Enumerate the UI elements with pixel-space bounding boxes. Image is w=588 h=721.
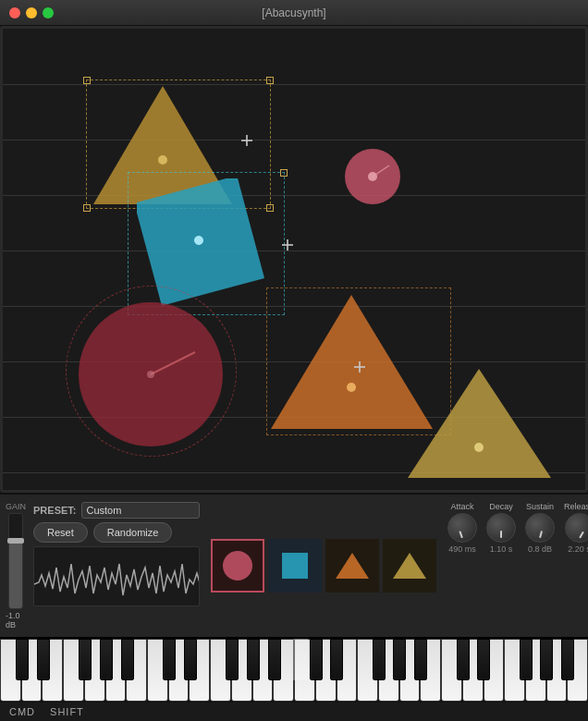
controls-area: Gain -1.0 dB PRESET: Custom Default Pres… <box>0 493 588 637</box>
triangle-gold-br[interactable] <box>408 369 551 478</box>
titlebar: [Abacusynth] <box>0 0 588 26</box>
key-b5[interactable] <box>420 639 441 702</box>
key-f5[interactable] <box>357 639 378 702</box>
thumb-circle[interactable] <box>211 539 264 593</box>
key-c5[interactable] <box>294 639 315 702</box>
decay-label: Decay <box>489 502 513 511</box>
left-controls: PRESET: Custom Default Preset 1 Preset 2… <box>33 502 200 629</box>
sustain-indicator <box>539 531 543 538</box>
decay-value: 1.10 s <box>490 544 513 554</box>
key-g6[interactable] <box>525 639 546 702</box>
key-d5[interactable] <box>315 639 337 702</box>
key-c3[interactable] <box>0 639 21 702</box>
key-a5[interactable] <box>399 639 421 702</box>
thumb-tri-gold[interactable] <box>383 539 436 593</box>
synth-body: Gain -1.0 dB PRESET: Custom Default Pres… <box>0 26 588 721</box>
sustain-knob[interactable] <box>525 513 555 543</box>
preset-select[interactable]: Custom Default Preset 1 Preset 2 Preset … <box>81 502 200 519</box>
attack-group: Attack 490 ms <box>447 502 477 554</box>
thumb-tri-gold-shape <box>393 553 426 579</box>
piano-keyboard[interactable] <box>0 637 588 702</box>
thumb-square[interactable] <box>268 539 322 593</box>
release-indicator <box>579 531 584 538</box>
preset-label: PRESET: <box>33 505 76 516</box>
key-c4[interactable] <box>147 639 168 702</box>
key-c6[interactable] <box>441 639 462 702</box>
minimize-button[interactable] <box>26 7 37 18</box>
waveform-display <box>33 546 200 606</box>
decay-knob[interactable] <box>486 513 516 543</box>
key-a3[interactable] <box>105 639 127 702</box>
decay-indicator <box>500 531 502 538</box>
key-f4[interactable] <box>210 639 231 702</box>
handle-tr[interactable] <box>266 77 274 84</box>
shift-label[interactable]: SHIFT <box>50 706 84 717</box>
crosshair-blue[interactable] <box>282 239 293 251</box>
gain-thumb[interactable] <box>7 538 24 544</box>
svg-point-11 <box>147 371 154 378</box>
svg-point-8 <box>347 383 356 392</box>
adsr-section: Attack 490 ms Decay 1.10 s Sustain <box>447 502 588 629</box>
svg-marker-12 <box>408 369 551 478</box>
attack-label: Attack <box>451 502 474 511</box>
thumb-square-shape <box>282 553 308 579</box>
sustain-value: 0.8 dB <box>528 544 552 554</box>
handle-tl[interactable] <box>83 77 91 84</box>
window-controls <box>9 7 54 18</box>
cmd-label[interactable]: CMD <box>9 706 35 717</box>
attack-knob[interactable] <box>447 513 477 543</box>
key-e4[interactable] <box>189 639 210 702</box>
release-value: 2.20 s <box>568 544 588 554</box>
sustain-label: Sustain <box>526 502 554 511</box>
gain-value: -1.0 dB <box>6 611 26 629</box>
key-e5[interactable] <box>337 639 358 702</box>
release-label: Release <box>564 502 588 511</box>
canvas-area[interactable] <box>0 26 588 493</box>
key-d3[interactable] <box>21 639 43 702</box>
gain-slider[interactable] <box>8 513 23 609</box>
key-g4[interactable] <box>231 639 252 702</box>
sustain-group: Sustain 0.8 dB <box>525 502 555 554</box>
handle-blue-tr[interactable] <box>280 169 288 177</box>
key-e3[interactable] <box>42 639 63 702</box>
release-knob[interactable] <box>565 513 588 543</box>
key-b4[interactable] <box>273 639 294 702</box>
key-g3[interactable] <box>84 639 105 702</box>
circle-rose[interactable] <box>343 147 403 211</box>
key-d6[interactable] <box>462 639 484 702</box>
key-d4[interactable] <box>168 639 190 702</box>
h-line-4 <box>3 251 585 251</box>
key-a6[interactable] <box>546 639 568 702</box>
key-b6[interactable] <box>567 639 588 702</box>
key-f3[interactable] <box>63 639 84 702</box>
key-b3[interactable] <box>126 639 147 702</box>
thumb-tri-orange[interactable] <box>325 539 379 593</box>
shapes-preview <box>211 502 436 629</box>
decay-group: Decay 1.10 s <box>486 502 516 554</box>
randomize-button[interactable]: Randomize <box>93 522 173 543</box>
key-e6[interactable] <box>484 639 505 702</box>
handle-bl[interactable] <box>83 204 91 212</box>
button-row: Reset Randomize <box>33 522 200 543</box>
key-f6[interactable] <box>504 639 525 702</box>
window-title: [Abacusynth] <box>262 6 325 19</box>
adsr-knobs: Attack 490 ms Decay 1.10 s Sustain <box>447 502 588 554</box>
circle-darkred[interactable] <box>75 299 227 451</box>
release-group: Release 2.20 s <box>564 502 588 554</box>
svg-point-13 <box>474 443 484 452</box>
crosshair-gold-top[interactable] <box>241 135 252 146</box>
gain-fill <box>9 542 22 607</box>
crosshair-orange[interactable] <box>354 361 365 373</box>
preset-row: PRESET: Custom Default Preset 1 Preset 2… <box>33 502 200 519</box>
gain-section: Gain -1.0 dB <box>6 502 26 629</box>
thumb-circle-shape <box>223 551 252 580</box>
status-bar: CMD SHIFT <box>0 702 588 721</box>
waveform-svg <box>34 547 200 606</box>
reset-button[interactable]: Reset <box>33 522 88 543</box>
close-button[interactable] <box>9 7 20 18</box>
key-a4[interactable] <box>252 639 274 702</box>
thumb-tri-orange-shape <box>336 553 369 579</box>
maximize-button[interactable] <box>43 7 54 18</box>
key-g5[interactable] <box>378 639 399 702</box>
gain-label: Gain <box>6 502 26 511</box>
